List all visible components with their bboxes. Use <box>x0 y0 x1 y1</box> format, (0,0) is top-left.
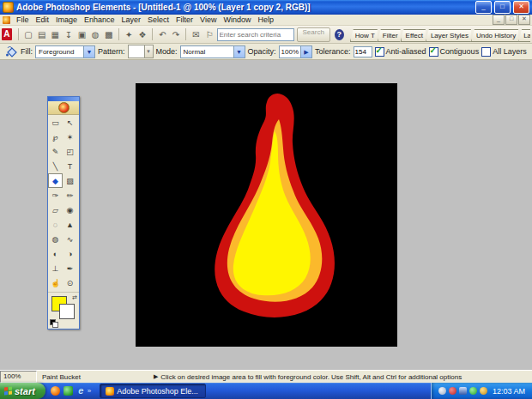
windows-flag-icon <box>4 387 12 396</box>
tool-smudge[interactable]: ∿ <box>63 232 77 246</box>
online-services-icon[interactable]: ⚐ <box>203 27 216 42</box>
search-input[interactable] <box>217 28 294 41</box>
tool-hand[interactable]: ☝ <box>48 275 63 290</box>
pattern-chevron-icon[interactable]: ▼ <box>145 45 154 58</box>
tab-filter[interactable]: Filter <box>378 29 401 42</box>
start-button[interactable]: start <box>0 383 45 399</box>
tab-how-to[interactable]: How T <box>350 29 378 42</box>
tool-eyedropper[interactable]: ✒ <box>63 261 77 275</box>
tray-antivirus-icon[interactable] <box>449 387 456 395</box>
open-icon[interactable]: ▤ <box>35 27 48 42</box>
menu-edit[interactable]: Edit <box>33 15 53 25</box>
swap-colors-icon[interactable]: ⇄ <box>72 294 77 301</box>
menu-window[interactable]: Window <box>220 15 254 25</box>
anti-aliased-option[interactable]: Anti-aliased <box>375 47 426 57</box>
tool-gradient[interactable]: ▨ <box>63 173 77 188</box>
menu-image[interactable]: Image <box>52 15 81 25</box>
tolerance-input[interactable] <box>354 46 372 57</box>
paste-icon[interactable]: ▩ <box>102 27 115 42</box>
tool-rectangular-marquee[interactable]: ▭ <box>48 115 63 130</box>
redo-icon[interactable]: ↷ <box>170 27 183 42</box>
fill-dropdown[interactable]: Foreground ▼ <box>35 45 95 58</box>
undo-icon[interactable]: ↶ <box>156 27 169 42</box>
menu-help[interactable]: Help <box>254 15 277 25</box>
restore-button[interactable]: □ <box>494 1 511 14</box>
tool-paint-bucket[interactable]: ◆ <box>48 173 63 188</box>
mode-dropdown[interactable]: Normal ▼ <box>180 45 245 58</box>
tray-messenger-icon[interactable] <box>469 387 477 395</box>
quick-launch-overflow-icon[interactable]: » <box>88 387 91 395</box>
menu-view[interactable]: View <box>196 15 220 25</box>
internet-explorer-icon[interactable]: e <box>76 386 86 396</box>
opacity-field[interactable]: 100% ▶ <box>279 45 312 58</box>
doc-restore-button[interactable]: □ <box>505 15 517 25</box>
minimize-button[interactable]: _ <box>475 1 492 14</box>
contiguous-checkbox[interactable] <box>429 47 438 57</box>
menu-file[interactable]: File <box>13 15 33 25</box>
tray-network-icon[interactable] <box>459 387 467 395</box>
tool-type[interactable]: T <box>63 159 77 173</box>
tool-burn[interactable]: ◑ <box>63 246 77 261</box>
import-icon[interactable]: ↧ <box>63 27 76 42</box>
contiguous-option[interactable]: Contiguous <box>429 47 480 57</box>
zoom-level-field[interactable]: 100% <box>0 371 37 383</box>
messenger-icon[interactable] <box>63 386 73 396</box>
opacity-value: 100% <box>280 48 300 56</box>
tool-sharpen[interactable]: ▲ <box>63 217 77 232</box>
tool-zoom[interactable]: ⊙ <box>63 275 77 290</box>
tool-lasso[interactable]: ℘ <box>48 130 63 144</box>
search-button[interactable]: Search <box>297 27 330 42</box>
tool-brush[interactable]: ✑ <box>48 188 63 203</box>
anti-aliased-checkbox[interactable] <box>375 47 384 57</box>
save-icon[interactable]: ▣ <box>76 27 88 42</box>
attach-email-icon[interactable]: ✉ <box>190 27 203 42</box>
tool-shape[interactable]: ╲ <box>48 159 63 173</box>
tool-crop[interactable]: ◰ <box>63 144 77 159</box>
tray-update-icon[interactable] <box>480 387 487 395</box>
tool-eraser[interactable]: ▱ <box>48 203 63 217</box>
default-colors-icon[interactable] <box>50 319 57 327</box>
tool-blur[interactable]: ◌ <box>48 217 63 232</box>
chevron-down-icon[interactable]: ▼ <box>83 46 94 57</box>
gradient-icon: ▨ <box>66 177 74 185</box>
new-document-icon[interactable]: ▢ <box>22 27 35 42</box>
all-layers-checkbox[interactable] <box>481 47 491 57</box>
chevron-down-icon[interactable]: ▼ <box>233 46 245 57</box>
tab-undo-history[interactable]: Undo History <box>471 29 518 42</box>
print-icon[interactable]: ▦ <box>49 27 62 42</box>
menu-filter[interactable]: Filter <box>172 15 196 25</box>
background-color-swatch[interactable] <box>59 304 75 319</box>
tab-layer-styles[interactable]: Layer Styles <box>426 29 471 42</box>
tray-volume-icon[interactable] <box>438 387 446 395</box>
opacity-slider-icon[interactable]: ▶ <box>300 46 311 57</box>
color-variations-icon[interactable]: ❖ <box>136 27 149 42</box>
menu-enhance[interactable]: Enhance <box>81 15 118 25</box>
doc-minimize-button[interactable]: _ <box>493 15 505 25</box>
all-layers-option[interactable]: All Layers <box>481 47 527 57</box>
tool-selection-brush[interactable]: ✎ <box>48 144 63 159</box>
doc-close-button[interactable]: ✕ <box>518 15 530 25</box>
tool-sponge[interactable]: ◍ <box>48 232 63 246</box>
tab-layers[interactable]: Layers <box>518 29 530 42</box>
document-icon <box>3 16 10 24</box>
tool-magic-wand[interactable]: ✶ <box>63 130 77 144</box>
tool-move[interactable]: ↖ <box>63 115 77 130</box>
tool-pencil[interactable]: ✏ <box>63 188 77 203</box>
move-icon: ↖ <box>67 118 74 127</box>
help-icon[interactable]: ? <box>335 29 344 40</box>
tool-dodge[interactable]: ◐ <box>48 246 63 261</box>
close-button[interactable]: ✕ <box>513 1 529 14</box>
firefox-icon[interactable] <box>51 386 60 396</box>
tool-clone-stamp[interactable]: ⊥ <box>48 261 63 275</box>
task-button-photoshop[interactable]: Adobe Photoshop Ele... <box>100 384 206 398</box>
save-for-web-icon[interactable]: ◍ <box>89 27 102 42</box>
menu-select[interactable]: Select <box>144 15 172 25</box>
red-eye-brush-icon: ◉ <box>67 206 74 215</box>
mode-value: Normal <box>181 48 233 56</box>
menu-layer[interactable]: Layer <box>118 15 145 25</box>
canvas[interactable] <box>136 83 397 347</box>
tab-effect[interactable]: Effect <box>401 29 426 42</box>
tool-red-eye-brush[interactable]: ◉ <box>63 203 77 217</box>
pattern-swatch[interactable] <box>128 45 145 58</box>
quick-fix-icon[interactable]: ✦ <box>123 27 136 42</box>
